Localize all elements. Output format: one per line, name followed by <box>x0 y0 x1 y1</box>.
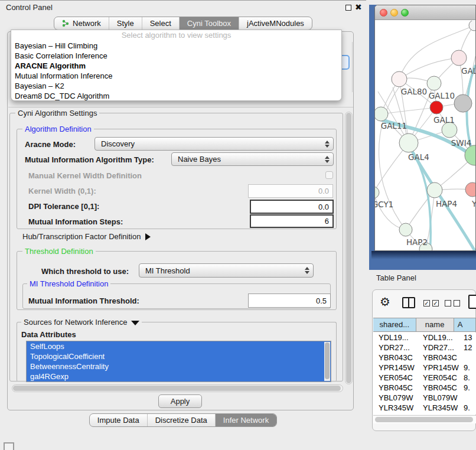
column-header-name[interactable]: name <box>416 318 454 331</box>
tab-jactivemnodules[interactable]: jActiveMNodules <box>239 17 312 30</box>
hidden-groupbox-bottom <box>8 107 353 107</box>
float-panel-icon[interactable] <box>345 5 351 11</box>
tab-network[interactable]: Network <box>54 17 109 30</box>
dropdown-placeholder: Select algorithm to view settings <box>11 30 341 41</box>
table-row[interactable]: YDL19... YDL19... 13 <box>373 332 476 343</box>
tab-select[interactable]: Select <box>142 17 179 30</box>
hidden-groupbox-edge <box>352 42 353 92</box>
node[interactable] <box>451 50 467 66</box>
node-gal80[interactable] <box>392 71 407 87</box>
node-gal10[interactable] <box>427 76 441 90</box>
cyni-algorithm-settings-title: Cyni Algorithm Settings <box>15 109 99 118</box>
tab-style[interactable]: Style <box>109 17 142 30</box>
tab-discretize-data[interactable]: Discretize Data <box>147 414 215 426</box>
window-shadow <box>371 251 476 259</box>
apply-button[interactable]: Apply <box>158 394 202 408</box>
table-row[interactable]: YIL052C YIL052C 9. <box>373 413 476 415</box>
split-columns-icon[interactable] <box>402 297 415 308</box>
cell: YBL079W <box>420 393 461 403</box>
network-window-titlebar[interactable] <box>375 5 475 20</box>
mi-steps-input[interactable] <box>250 214 334 228</box>
which-threshold-select[interactable]: MI Threshold <box>139 263 314 278</box>
dropdown-item[interactable]: Basic Correlation Inference <box>11 51 341 61</box>
node-gal1[interactable] <box>430 101 443 114</box>
tab-infer-network[interactable]: Infer Network <box>215 414 276 426</box>
table-row[interactable]: YDR27... YDR27... 12 <box>373 343 476 353</box>
table-row[interactable]: YER054C YER054C 8. <box>373 373 476 383</box>
table-horizontal-scrollbar[interactable] <box>373 415 476 423</box>
tab-discretize-data-label: Discretize Data <box>155 416 207 425</box>
node-swi4[interactable] <box>465 145 475 165</box>
gear-icon[interactable]: ⚙ <box>380 295 390 309</box>
kernel-width-input[interactable] <box>248 184 333 198</box>
aracne-mode-value: Discovery <box>95 139 321 148</box>
bottom-tab-group: Impute Data Discretize Data Infer Networ… <box>89 413 277 427</box>
dropdown-item[interactable]: Mutual Information Inference <box>11 71 341 81</box>
cell: YDR27... <box>420 343 461 353</box>
column-header-partial[interactable]: A <box>454 318 476 331</box>
node-label: GAL11 <box>381 121 407 131</box>
list-item[interactable]: SelfLoops <box>27 341 331 351</box>
network-view-window: GAL GAL80 GAL10 GAL1 GAL11 SWI4 GAL4 GCY… <box>374 5 476 251</box>
unchecked-box-icon[interactable] <box>445 300 451 306</box>
document-icon[interactable] <box>468 295 476 309</box>
cell <box>461 393 476 403</box>
mi-threshold-input[interactable] <box>248 294 331 308</box>
node-gal4[interactable] <box>399 133 418 152</box>
tab-cyni-toolbox[interactable]: Cyni Toolbox <box>179 17 239 30</box>
close-window-button[interactable] <box>380 9 387 17</box>
cell <box>461 353 476 363</box>
node[interactable] <box>454 94 472 112</box>
dpi-tolerance-input[interactable] <box>250 200 334 214</box>
zoom-window-button[interactable] <box>401 9 409 17</box>
node-hap2[interactable] <box>399 223 412 236</box>
table-panel: ⚙ ✓ ✓ shared... name A YDL19... YDL19...… <box>372 289 476 431</box>
dropdown-item[interactable]: Bayesian – K2 <box>11 81 341 91</box>
dropdown-item[interactable]: Bayesian – Hill Climbing <box>11 41 341 51</box>
stepper-icon <box>301 264 313 277</box>
table-row[interactable]: YBR045C YBR045C 9. <box>373 383 476 393</box>
which-threshold-value: MI Threshold <box>139 266 301 275</box>
hub-definition-expander[interactable]: Hub/Transcription Factor Definition <box>22 232 151 241</box>
node-hap4[interactable] <box>427 182 442 198</box>
dropdown-item[interactable]: Dream8 DC_TDC Algorithm <box>11 91 341 101</box>
checked-box-icon[interactable]: ✓ <box>432 300 439 306</box>
column-header-shared-name[interactable]: shared... <box>373 318 416 331</box>
table-row[interactable]: YPR145W YPR145W 9. <box>373 363 476 373</box>
dropdown-item-selected[interactable]: ARACNE Algorithm <box>11 61 341 71</box>
minimized-panel-icon[interactable] <box>4 442 14 450</box>
cell: YPR145W <box>373 363 420 373</box>
list-item[interactable]: BetweennessCentrality <box>27 361 331 371</box>
expand-arrow-icon <box>145 233 151 240</box>
manual-kernel-width-checkbox[interactable] <box>325 171 333 179</box>
tab-impute-data[interactable]: Impute Data <box>90 414 147 426</box>
network-labels: GAL GAL80 GAL10 GAL1 GAL11 SWI4 GAL4 GCY… <box>375 66 475 247</box>
table-row[interactable]: YBL079W YBL079W <box>373 393 476 403</box>
unchecked-box-icon[interactable] <box>454 300 460 306</box>
node[interactable] <box>469 21 475 31</box>
mi-algorithm-type-select[interactable]: Naive Bayes <box>171 152 334 166</box>
table-row[interactable]: YLR345W YLR345W 9. <box>373 403 476 413</box>
node-label: GAL4 <box>408 152 429 162</box>
tab-cyni-toolbox-label: Cyni Toolbox <box>187 19 231 28</box>
cell: YBL079W <box>373 393 420 403</box>
settings-vertical-scrollbar[interactable] <box>345 112 353 384</box>
control-panel-tabbar: Network Style Select Cyni Toolbox jActiv… <box>0 17 366 30</box>
minimize-window-button[interactable] <box>390 9 398 17</box>
node-gal11[interactable] <box>375 107 388 121</box>
sources-expander[interactable]: Sources for Network Inference <box>21 318 142 327</box>
node[interactable] <box>465 182 475 197</box>
network-nodes <box>375 21 475 251</box>
table-row[interactable]: YBR043C YBR043C <box>373 353 476 363</box>
node-label: Y <box>471 199 475 208</box>
list-item[interactable]: gal4RGexp <box>27 371 331 381</box>
list-scrollbar[interactable] <box>324 342 330 381</box>
settings-horizontal-scrollbar[interactable] <box>12 384 343 392</box>
network-canvas[interactable]: GAL GAL80 GAL10 GAL1 GAL11 SWI4 GAL4 GCY… <box>375 21 475 251</box>
close-panel-icon[interactable]: ✖ <box>355 2 362 12</box>
aracne-mode-select[interactable]: Discovery <box>94 137 334 151</box>
cell: YDL19... <box>373 332 420 343</box>
list-item[interactable]: TopologicalCoefficient <box>27 351 331 361</box>
checked-box-icon[interactable]: ✓ <box>423 300 430 306</box>
node-gcy1[interactable] <box>375 187 379 198</box>
